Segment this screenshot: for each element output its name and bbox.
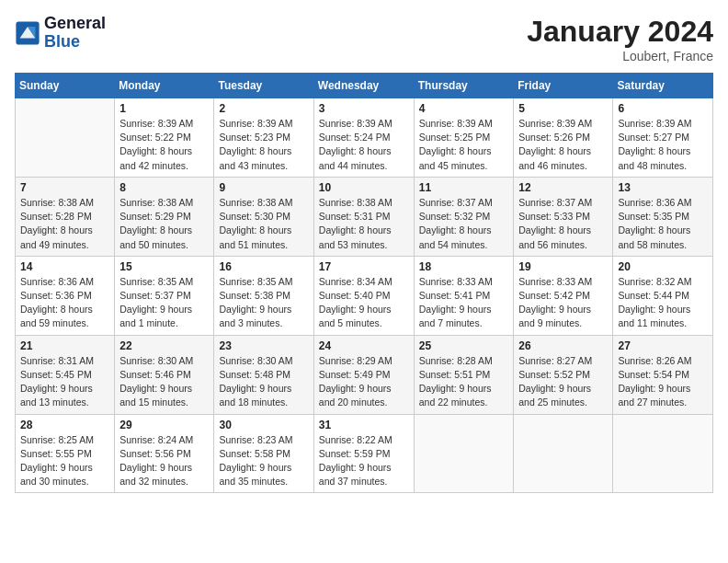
calendar-cell: 4Sunrise: 8:39 AM Sunset: 5:25 PM Daylig… bbox=[414, 98, 514, 178]
logo: General Blue bbox=[15, 15, 106, 52]
day-number: 28 bbox=[20, 419, 109, 431]
day-number: 10 bbox=[319, 181, 409, 194]
day-info: Sunrise: 8:30 AM Sunset: 5:48 PM Dayligh… bbox=[219, 354, 308, 410]
day-header-friday: Friday bbox=[514, 74, 613, 98]
day-number: 7 bbox=[20, 181, 109, 194]
calendar-cell: 18Sunrise: 8:33 AM Sunset: 5:41 PM Dayli… bbox=[414, 256, 514, 335]
calendar-cell: 22Sunrise: 8:30 AM Sunset: 5:46 PM Dayli… bbox=[115, 335, 214, 414]
calendar-cell: 9Sunrise: 8:38 AM Sunset: 5:30 PM Daylig… bbox=[214, 177, 313, 256]
page-header: General Blue January 2024 Loubert, Franc… bbox=[15, 15, 713, 63]
day-info: Sunrise: 8:37 AM Sunset: 5:33 PM Dayligh… bbox=[518, 196, 608, 252]
day-number: 11 bbox=[419, 181, 509, 194]
day-number: 24 bbox=[319, 339, 409, 352]
calendar-cell: 7Sunrise: 8:38 AM Sunset: 5:28 PM Daylig… bbox=[16, 177, 115, 256]
day-info: Sunrise: 8:37 AM Sunset: 5:32 PM Dayligh… bbox=[419, 196, 509, 252]
day-number: 17 bbox=[319, 260, 409, 273]
calendar-cell: 26Sunrise: 8:27 AM Sunset: 5:52 PM Dayli… bbox=[514, 335, 613, 414]
calendar-cell: 10Sunrise: 8:38 AM Sunset: 5:31 PM Dayli… bbox=[313, 177, 414, 256]
day-header-saturday: Saturday bbox=[613, 74, 713, 98]
month-title: January 2024 bbox=[527, 15, 713, 49]
calendar-cell: 30Sunrise: 8:23 AM Sunset: 5:58 PM Dayli… bbox=[214, 414, 313, 493]
day-number: 12 bbox=[518, 181, 608, 194]
day-info: Sunrise: 8:39 AM Sunset: 5:26 PM Dayligh… bbox=[518, 117, 608, 173]
day-header-thursday: Thursday bbox=[414, 74, 514, 98]
week-row-2: 7Sunrise: 8:38 AM Sunset: 5:28 PM Daylig… bbox=[16, 177, 713, 256]
day-number: 20 bbox=[618, 260, 708, 273]
day-number: 19 bbox=[518, 260, 608, 273]
day-number: 21 bbox=[20, 339, 109, 352]
day-number: 2 bbox=[219, 102, 308, 115]
calendar-cell: 24Sunrise: 8:29 AM Sunset: 5:49 PM Dayli… bbox=[313, 335, 414, 414]
day-info: Sunrise: 8:39 AM Sunset: 5:23 PM Dayligh… bbox=[219, 117, 308, 173]
calendar-cell: 14Sunrise: 8:36 AM Sunset: 5:36 PM Dayli… bbox=[16, 256, 115, 335]
day-info: Sunrise: 8:31 AM Sunset: 5:45 PM Dayligh… bbox=[20, 354, 109, 410]
calendar-cell: 20Sunrise: 8:32 AM Sunset: 5:44 PM Dayli… bbox=[613, 256, 713, 335]
week-row-5: 28Sunrise: 8:25 AM Sunset: 5:55 PM Dayli… bbox=[16, 414, 713, 493]
calendar-cell: 6Sunrise: 8:39 AM Sunset: 5:27 PM Daylig… bbox=[613, 98, 713, 178]
calendar-cell: 3Sunrise: 8:39 AM Sunset: 5:24 PM Daylig… bbox=[313, 98, 414, 178]
day-info: Sunrise: 8:28 AM Sunset: 5:51 PM Dayligh… bbox=[419, 354, 509, 410]
day-number: 25 bbox=[419, 339, 509, 352]
day-info: Sunrise: 8:36 AM Sunset: 5:36 PM Dayligh… bbox=[20, 275, 109, 331]
day-number: 16 bbox=[219, 260, 308, 273]
day-info: Sunrise: 8:29 AM Sunset: 5:49 PM Dayligh… bbox=[319, 354, 409, 410]
day-info: Sunrise: 8:38 AM Sunset: 5:31 PM Dayligh… bbox=[319, 196, 409, 252]
day-info: Sunrise: 8:33 AM Sunset: 5:42 PM Dayligh… bbox=[518, 275, 608, 331]
calendar-cell bbox=[613, 414, 713, 493]
calendar-cell: 19Sunrise: 8:33 AM Sunset: 5:42 PM Dayli… bbox=[514, 256, 613, 335]
logo-icon bbox=[15, 20, 40, 46]
day-info: Sunrise: 8:38 AM Sunset: 5:29 PM Dayligh… bbox=[119, 196, 209, 252]
logo-line2: Blue bbox=[44, 33, 106, 52]
calendar-cell: 17Sunrise: 8:34 AM Sunset: 5:40 PM Dayli… bbox=[313, 256, 414, 335]
day-info: Sunrise: 8:32 AM Sunset: 5:44 PM Dayligh… bbox=[618, 275, 708, 331]
calendar-cell: 11Sunrise: 8:37 AM Sunset: 5:32 PM Dayli… bbox=[414, 177, 514, 256]
day-info: Sunrise: 8:39 AM Sunset: 5:25 PM Dayligh… bbox=[419, 117, 509, 173]
calendar-cell: 1Sunrise: 8:39 AM Sunset: 5:22 PM Daylig… bbox=[115, 98, 214, 178]
calendar-cell: 15Sunrise: 8:35 AM Sunset: 5:37 PM Dayli… bbox=[115, 256, 214, 335]
calendar-cell: 23Sunrise: 8:30 AM Sunset: 5:48 PM Dayli… bbox=[214, 335, 313, 414]
week-row-3: 14Sunrise: 8:36 AM Sunset: 5:36 PM Dayli… bbox=[16, 256, 713, 335]
day-number: 15 bbox=[119, 260, 209, 273]
day-number: 5 bbox=[518, 102, 608, 115]
week-row-4: 21Sunrise: 8:31 AM Sunset: 5:45 PM Dayli… bbox=[16, 335, 713, 414]
calendar-cell bbox=[414, 414, 514, 493]
day-info: Sunrise: 8:26 AM Sunset: 5:54 PM Dayligh… bbox=[618, 354, 708, 410]
day-number: 31 bbox=[319, 419, 409, 431]
day-info: Sunrise: 8:33 AM Sunset: 5:41 PM Dayligh… bbox=[419, 275, 509, 331]
day-number: 9 bbox=[219, 181, 308, 194]
day-number: 8 bbox=[119, 181, 209, 194]
day-header-sunday: Sunday bbox=[16, 74, 115, 98]
day-number: 30 bbox=[219, 419, 308, 431]
calendar-cell: 31Sunrise: 8:22 AM Sunset: 5:59 PM Dayli… bbox=[313, 414, 414, 493]
day-info: Sunrise: 8:35 AM Sunset: 5:37 PM Dayligh… bbox=[119, 275, 209, 331]
day-info: Sunrise: 8:27 AM Sunset: 5:52 PM Dayligh… bbox=[518, 354, 608, 410]
calendar-cell: 27Sunrise: 8:26 AM Sunset: 5:54 PM Dayli… bbox=[613, 335, 713, 414]
calendar-cell: 28Sunrise: 8:25 AM Sunset: 5:55 PM Dayli… bbox=[16, 414, 115, 493]
logo-line1: General bbox=[44, 15, 106, 33]
calendar-cell: 13Sunrise: 8:36 AM Sunset: 5:35 PM Dayli… bbox=[613, 177, 713, 256]
calendar-cell: 5Sunrise: 8:39 AM Sunset: 5:26 PM Daylig… bbox=[514, 98, 613, 178]
day-header-wednesday: Wednesday bbox=[313, 74, 414, 98]
day-info: Sunrise: 8:34 AM Sunset: 5:40 PM Dayligh… bbox=[319, 275, 409, 331]
calendar-cell bbox=[514, 414, 613, 493]
day-info: Sunrise: 8:36 AM Sunset: 5:35 PM Dayligh… bbox=[618, 196, 708, 252]
day-info: Sunrise: 8:23 AM Sunset: 5:58 PM Dayligh… bbox=[219, 433, 308, 489]
day-header-monday: Monday bbox=[115, 74, 214, 98]
calendar-cell: 8Sunrise: 8:38 AM Sunset: 5:29 PM Daylig… bbox=[115, 177, 214, 256]
day-number: 3 bbox=[319, 102, 409, 115]
day-info: Sunrise: 8:35 AM Sunset: 5:38 PM Dayligh… bbox=[219, 275, 308, 331]
calendar-cell: 21Sunrise: 8:31 AM Sunset: 5:45 PM Dayli… bbox=[16, 335, 115, 414]
day-info: Sunrise: 8:24 AM Sunset: 5:56 PM Dayligh… bbox=[119, 433, 209, 489]
day-number: 23 bbox=[219, 339, 308, 352]
day-info: Sunrise: 8:39 AM Sunset: 5:22 PM Dayligh… bbox=[119, 117, 209, 173]
calendar-cell: 2Sunrise: 8:39 AM Sunset: 5:23 PM Daylig… bbox=[214, 98, 313, 178]
day-info: Sunrise: 8:25 AM Sunset: 5:55 PM Dayligh… bbox=[20, 433, 109, 489]
day-number: 4 bbox=[419, 102, 509, 115]
day-info: Sunrise: 8:30 AM Sunset: 5:46 PM Dayligh… bbox=[119, 354, 209, 410]
day-number: 14 bbox=[20, 260, 109, 273]
day-number: 22 bbox=[119, 339, 209, 352]
calendar-cell bbox=[16, 98, 115, 178]
week-row-1: 1Sunrise: 8:39 AM Sunset: 5:22 PM Daylig… bbox=[16, 98, 713, 178]
day-number: 13 bbox=[618, 181, 708, 194]
day-info: Sunrise: 8:39 AM Sunset: 5:24 PM Dayligh… bbox=[319, 117, 409, 173]
